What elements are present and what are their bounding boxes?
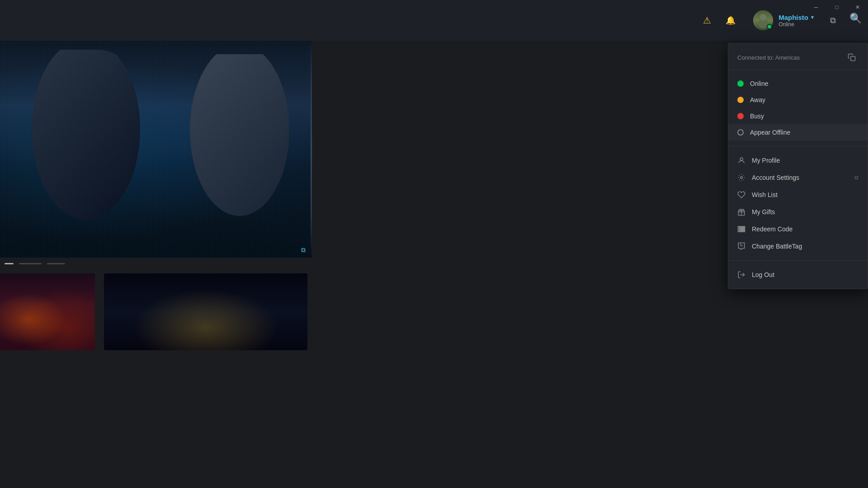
svg-rect-4 <box>738 226 739 232</box>
log-out-item[interactable]: Log Out <box>728 266 868 283</box>
close-button[interactable]: ✕ <box>847 0 868 14</box>
maximize-button[interactable]: □ <box>826 0 847 14</box>
account-settings-item[interactable]: Account Settings ⧉ <box>728 169 868 186</box>
wish-list-label: Wish List <box>752 191 778 198</box>
hero-divider <box>311 41 312 258</box>
menu-divider-1 <box>728 146 868 146</box>
status-busy-label: Busy <box>750 113 764 120</box>
redeem-code-label: Redeem Code <box>752 225 793 233</box>
warning-icon: ⚠ <box>703 15 711 26</box>
connected-to-label: Connected to: Americas <box>737 54 800 61</box>
pagination-dot-3[interactable] <box>47 263 65 264</box>
minimize-button[interactable]: ─ <box>806 0 826 14</box>
thumbnail-2[interactable] <box>104 273 307 350</box>
menu-items-section: My Profile Account Settings ⧉ Wish List <box>728 150 868 257</box>
wish-list-item[interactable]: Wish List <box>728 186 868 203</box>
my-profile-label: My Profile <box>752 157 780 164</box>
status-options-section: Online Away Busy Appear Offline <box>728 74 868 142</box>
svg-rect-7 <box>742 226 743 232</box>
dropdown-header: Connected to: Americas <box>728 43 868 70</box>
change-battletag-item[interactable]: Change BattleTag <box>728 238 868 255</box>
heart-icon <box>737 191 745 199</box>
tag-icon <box>737 242 745 250</box>
username-label: Maphisto ▾ <box>778 14 814 21</box>
status-online-label: Online <box>750 80 768 87</box>
person-icon <box>737 156 745 164</box>
username-text: Maphisto <box>778 14 808 21</box>
status-away-label: Away <box>750 96 765 103</box>
titlebar: ─ □ ✕ <box>806 0 868 14</box>
change-battletag-label: Change BattleTag <box>752 243 802 250</box>
chevron-down-icon: ▾ <box>811 14 814 20</box>
my-gifts-label: My Gifts <box>752 208 775 216</box>
my-profile-item[interactable]: My Profile <box>728 152 868 169</box>
pagination-dot-1[interactable] <box>5 263 14 264</box>
pagination-dot-2[interactable] <box>19 263 42 264</box>
svg-rect-5 <box>740 226 740 232</box>
status-online-item[interactable]: Online <box>728 75 868 92</box>
external-link-button[interactable]: ⧉ <box>825 12 841 28</box>
avatar-container <box>753 10 773 30</box>
busy-status-indicator <box>737 113 744 119</box>
status-appear-offline-item[interactable]: Appear Offline <box>728 124 868 141</box>
svg-point-2 <box>741 177 743 179</box>
redeem-code-item[interactable]: Redeem Code <box>728 221 868 238</box>
svg-rect-8 <box>743 226 744 232</box>
thumbnail-1-image <box>0 273 95 350</box>
hero-external-link-icon[interactable]: ⧉ <box>301 246 306 254</box>
notification-bell-button[interactable]: 🔔 <box>722 12 739 28</box>
svg-rect-9 <box>744 226 745 232</box>
svg-rect-0 <box>851 56 855 61</box>
account-settings-label: Account Settings <box>752 174 799 181</box>
log-out-label: Log Out <box>752 271 774 278</box>
logout-icon <box>737 271 745 279</box>
copy-button[interactable] <box>845 51 859 64</box>
status-away-item[interactable]: Away <box>728 92 868 108</box>
thumbnail-1[interactable] <box>0 273 95 350</box>
account-settings-external-icon: ⧉ <box>854 174 859 181</box>
user-status-label: Online <box>778 21 814 28</box>
status-appear-offline-label: Appear Offline <box>750 129 790 136</box>
gift-icon <box>737 208 745 216</box>
hero-image-inner <box>0 41 312 258</box>
svg-point-1 <box>740 158 743 160</box>
my-gifts-item[interactable]: My Gifts <box>728 203 868 221</box>
hero-image: ⧉ <box>0 41 312 258</box>
thumbnail-2-image <box>104 273 307 350</box>
barcode-icon <box>737 225 745 233</box>
logout-section: Log Out <box>728 264 868 285</box>
menu-divider-2 <box>728 260 868 261</box>
header-icons: ⚠ 🔔 <box>699 12 739 28</box>
offline-status-indicator <box>737 129 744 136</box>
svg-rect-6 <box>741 226 742 232</box>
user-dropdown-menu: Connected to: Americas Online Away Busy … <box>728 43 868 289</box>
hero-character-right <box>181 54 298 244</box>
bell-icon: 🔔 <box>726 15 736 25</box>
online-status-indicator <box>737 80 744 87</box>
pagination-dots <box>5 263 65 264</box>
user-info: Maphisto ▾ Online <box>778 14 814 28</box>
away-status-indicator <box>737 97 744 103</box>
header: ⚠ 🔔 Maphisto ▾ Online ⧉ <box>0 0 868 41</box>
status-busy-item[interactable]: Busy <box>728 108 868 124</box>
hero-character-left <box>23 50 149 249</box>
thumbnails <box>0 273 307 350</box>
warning-icon-button[interactable]: ⚠ <box>699 12 715 28</box>
gear-icon <box>737 174 745 182</box>
